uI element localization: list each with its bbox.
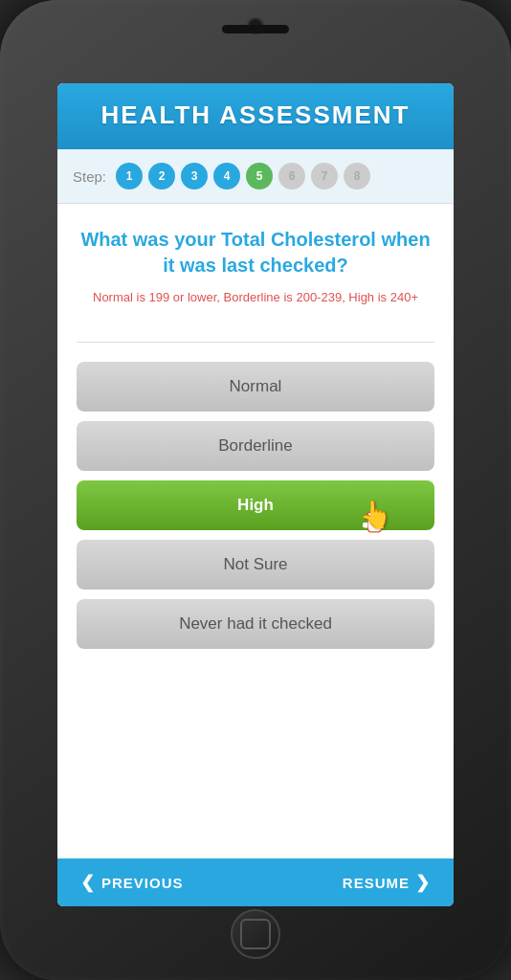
option-not-sure[interactable]: Not Sure [77,540,434,590]
steps-list: 1 2 3 4 5 6 7 8 [116,163,370,189]
option-normal[interactable]: Normal [77,362,434,412]
question-hint: Normal is 199 or lower, Borderline is 20… [77,288,434,307]
step-1[interactable]: 1 [116,163,143,189]
step-3[interactable]: 3 [181,163,208,189]
steps-bar: Step: 1 2 3 4 5 6 7 8 [57,149,454,204]
screen: HEALTH ASSESSMENT Step: 1 2 3 4 5 6 7 8 … [57,83,454,906]
step-5[interactable]: 5 [246,163,273,189]
question-section: What was your Total Cholesterol when it … [77,227,434,307]
step-4[interactable]: 4 [213,163,240,189]
divider [77,342,434,343]
svg-rect-0 [367,514,371,523]
previous-arrow-icon: ❮ [80,872,96,893]
resume-arrow-icon: ❯ [415,872,431,893]
pointing-hand-emoji: 👆 [359,499,392,530]
step-6[interactable]: 6 [278,163,305,189]
option-never-checked[interactable]: Never had it checked [77,599,434,649]
previous-button[interactable]: ❮ PREVIOUS [80,872,184,893]
resume-label: RESUME [343,875,410,891]
step-2[interactable]: 2 [148,163,175,189]
bottom-nav: ❮ PREVIOUS RESUME ❯ [57,858,454,906]
step-7[interactable]: 7 [311,163,338,189]
option-high[interactable]: High 👆 [77,480,434,530]
question-text: What was your Total Cholesterol when it … [77,227,434,278]
step-label: Step: [73,168,106,185]
home-button-inner [240,919,271,949]
options-list: Normal Borderline High [77,362,434,649]
home-button[interactable] [231,909,280,959]
step-8[interactable]: 8 [344,163,370,189]
cursor-icon [354,501,389,536]
resume-button[interactable]: RESUME ❯ [343,872,431,893]
main-content: What was your Total Cholesterol when it … [57,204,454,858]
option-borderline[interactable]: Borderline [77,421,434,471]
app-header: HEALTH ASSESSMENT [57,83,454,149]
speaker-grill [222,25,289,33]
app-title: HEALTH ASSESSMENT [77,100,434,130]
phone-frame: HEALTH ASSESSMENT Step: 1 2 3 4 5 6 7 8 … [0,0,511,980]
previous-label: PREVIOUS [101,875,184,891]
